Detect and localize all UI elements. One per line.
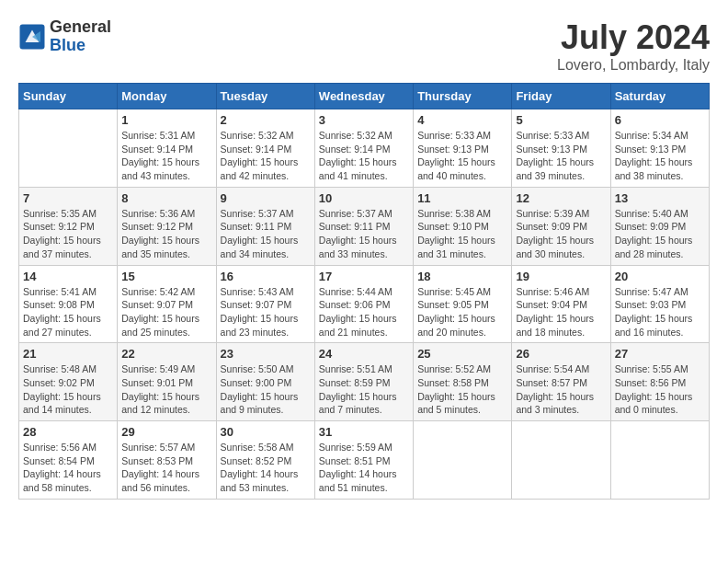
day-info: Sunrise: 5:34 AM Sunset: 9:13 PM Dayligh… [615,129,705,183]
day-number: 22 [121,347,211,361]
day-cell: 31Sunrise: 5:59 AM Sunset: 8:51 PM Dayli… [314,421,413,500]
day-number: 24 [319,347,409,361]
header-monday: Monday [118,84,216,109]
day-number: 28 [23,425,113,439]
day-number: 15 [121,270,211,283]
day-info: Sunrise: 5:54 AM Sunset: 8:57 PM Dayligh… [516,362,606,417]
week-row-5: 28Sunrise: 5:56 AM Sunset: 8:54 PM Dayli… [19,421,710,500]
day-info: Sunrise: 5:42 AM Sunset: 9:07 PM Dayligh… [121,285,211,339]
title-area: July 2024 Lovero, Lombardy, Italy [557,18,710,74]
day-info: Sunrise: 5:48 AM Sunset: 9:02 PM Dayligh… [23,362,113,417]
day-info: Sunrise: 5:35 AM Sunset: 9:12 PM Dayligh… [23,207,113,261]
day-number: 6 [615,113,705,127]
day-number: 19 [516,270,606,283]
day-number: 3 [319,113,409,127]
day-info: Sunrise: 5:50 AM Sunset: 9:00 PM Dayligh… [221,362,311,417]
day-info: Sunrise: 5:33 AM Sunset: 9:13 PM Dayligh… [417,129,507,183]
day-cell: 1Sunrise: 5:31 AM Sunset: 9:14 PM Daylig… [118,109,216,188]
day-cell: 28Sunrise: 5:56 AM Sunset: 8:54 PM Dayli… [19,421,118,500]
day-cell: 29Sunrise: 5:57 AM Sunset: 8:53 PM Dayli… [118,421,216,500]
day-info: Sunrise: 5:39 AM Sunset: 9:09 PM Dayligh… [516,207,606,261]
day-info: Sunrise: 5:58 AM Sunset: 8:52 PM Dayligh… [221,441,311,495]
day-number: 31 [319,425,409,439]
day-number: 9 [221,191,311,205]
day-info: Sunrise: 5:33 AM Sunset: 9:13 PM Dayligh… [516,129,606,183]
day-info: Sunrise: 5:59 AM Sunset: 8:51 PM Dayligh… [319,441,409,495]
day-info: Sunrise: 5:44 AM Sunset: 9:06 PM Dayligh… [319,285,409,339]
day-number: 14 [23,270,113,283]
day-cell: 23Sunrise: 5:50 AM Sunset: 9:00 PM Dayli… [216,343,314,421]
day-cell: 16Sunrise: 5:43 AM Sunset: 9:07 PM Dayli… [216,265,314,343]
page-header: General Blue July 2024 Lovero, Lombardy,… [18,18,710,74]
logo-text: General Blue [50,18,111,55]
day-number: 23 [221,347,311,361]
day-number: 18 [417,270,507,283]
logo-general: General [50,18,111,37]
header-row: SundayMondayTuesdayWednesdayThursdayFrid… [19,84,710,109]
day-cell: 8Sunrise: 5:36 AM Sunset: 9:12 PM Daylig… [118,187,216,265]
day-info: Sunrise: 5:31 AM Sunset: 9:14 PM Dayligh… [121,129,211,183]
day-cell: 18Sunrise: 5:45 AM Sunset: 9:05 PM Dayli… [414,265,512,343]
day-info: Sunrise: 5:51 AM Sunset: 8:59 PM Dayligh… [319,362,409,417]
day-cell: 20Sunrise: 5:47 AM Sunset: 9:03 PM Dayli… [610,265,709,343]
day-cell: 9Sunrise: 5:37 AM Sunset: 9:11 PM Daylig… [216,187,314,265]
day-cell: 7Sunrise: 5:35 AM Sunset: 9:12 PM Daylig… [19,187,118,265]
day-number: 11 [417,191,507,205]
day-cell: 11Sunrise: 5:38 AM Sunset: 9:10 PM Dayli… [414,187,512,265]
day-number: 4 [417,113,507,127]
day-info: Sunrise: 5:41 AM Sunset: 9:08 PM Dayligh… [23,285,113,339]
day-info: Sunrise: 5:56 AM Sunset: 8:54 PM Dayligh… [23,441,113,495]
calendar-table: SundayMondayTuesdayWednesdayThursdayFrid… [18,83,710,500]
header-saturday: Saturday [610,84,709,109]
logo-icon [18,23,46,51]
day-cell: 13Sunrise: 5:40 AM Sunset: 9:09 PM Dayli… [610,187,709,265]
day-info: Sunrise: 5:32 AM Sunset: 9:14 PM Dayligh… [221,129,311,183]
day-cell: 4Sunrise: 5:33 AM Sunset: 9:13 PM Daylig… [414,109,512,188]
day-cell: 17Sunrise: 5:44 AM Sunset: 9:06 PM Dayli… [314,265,413,343]
day-cell: 6Sunrise: 5:34 AM Sunset: 9:13 PM Daylig… [610,109,709,188]
day-cell: 15Sunrise: 5:42 AM Sunset: 9:07 PM Dayli… [118,265,216,343]
day-number: 5 [516,113,606,127]
day-number: 8 [121,191,211,205]
day-info: Sunrise: 5:37 AM Sunset: 9:11 PM Dayligh… [319,207,409,261]
day-info: Sunrise: 5:37 AM Sunset: 9:11 PM Dayligh… [221,207,311,261]
day-cell: 26Sunrise: 5:54 AM Sunset: 8:57 PM Dayli… [512,343,610,421]
day-cell [19,109,118,188]
logo-blue: Blue [50,37,111,55]
day-number: 16 [221,270,311,283]
day-number: 10 [319,191,409,205]
header-friday: Friday [512,84,610,109]
day-info: Sunrise: 5:32 AM Sunset: 9:14 PM Dayligh… [319,129,409,183]
day-cell: 14Sunrise: 5:41 AM Sunset: 9:08 PM Dayli… [19,265,118,343]
day-cell: 12Sunrise: 5:39 AM Sunset: 9:09 PM Dayli… [512,187,610,265]
day-number: 25 [417,347,507,361]
day-info: Sunrise: 5:43 AM Sunset: 9:07 PM Dayligh… [221,285,311,339]
day-number: 7 [23,191,113,205]
day-cell [512,421,610,500]
header-wednesday: Wednesday [314,84,413,109]
day-number: 12 [516,191,606,205]
day-cell: 10Sunrise: 5:37 AM Sunset: 9:11 PM Dayli… [314,187,413,265]
day-info: Sunrise: 5:45 AM Sunset: 9:05 PM Dayligh… [417,285,507,339]
day-number: 1 [121,113,211,127]
day-info: Sunrise: 5:57 AM Sunset: 8:53 PM Dayligh… [121,441,211,495]
logo: General Blue [18,18,111,55]
day-info: Sunrise: 5:46 AM Sunset: 9:04 PM Dayligh… [516,285,606,339]
day-cell: 2Sunrise: 5:32 AM Sunset: 9:14 PM Daylig… [216,109,314,188]
week-row-2: 7Sunrise: 5:35 AM Sunset: 9:12 PM Daylig… [19,187,710,265]
day-info: Sunrise: 5:55 AM Sunset: 8:56 PM Dayligh… [615,362,705,417]
day-number: 29 [121,425,211,439]
day-cell: 5Sunrise: 5:33 AM Sunset: 9:13 PM Daylig… [512,109,610,188]
day-info: Sunrise: 5:38 AM Sunset: 9:10 PM Dayligh… [417,207,507,261]
day-cell: 21Sunrise: 5:48 AM Sunset: 9:02 PM Dayli… [19,343,118,421]
day-info: Sunrise: 5:40 AM Sunset: 9:09 PM Dayligh… [615,207,705,261]
week-row-1: 1Sunrise: 5:31 AM Sunset: 9:14 PM Daylig… [19,109,710,188]
header-sunday: Sunday [19,84,118,109]
day-cell: 30Sunrise: 5:58 AM Sunset: 8:52 PM Dayli… [216,421,314,500]
day-number: 20 [615,270,705,283]
week-row-4: 21Sunrise: 5:48 AM Sunset: 9:02 PM Dayli… [19,343,710,421]
day-cell: 19Sunrise: 5:46 AM Sunset: 9:04 PM Dayli… [512,265,610,343]
day-number: 27 [615,347,705,361]
day-number: 30 [221,425,311,439]
day-number: 21 [23,347,113,361]
